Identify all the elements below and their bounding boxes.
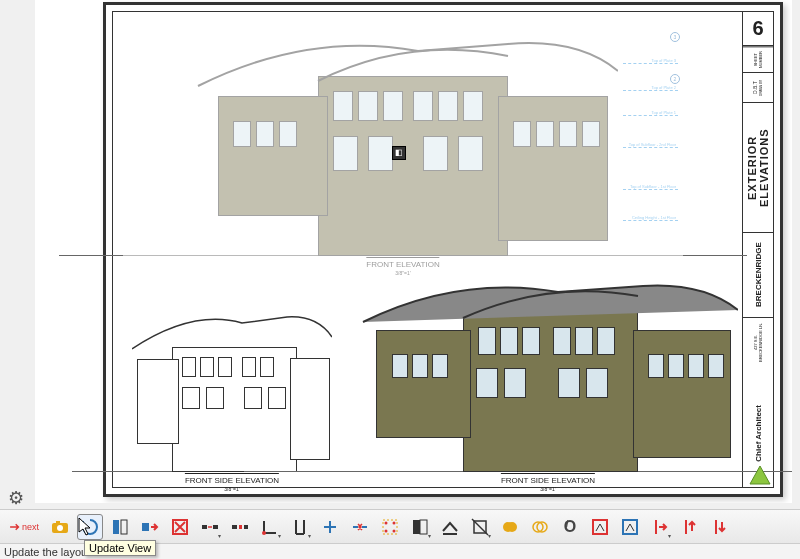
gap-icon[interactable]: ▾ [197,514,223,540]
svg-rect-3 [113,520,119,534]
corner-icon[interactable]: ▾ [257,514,283,540]
title-block: 6 SHEET NUMBER D.B.TDRAWN BY EXTERIOR EL… [743,12,773,487]
delete-button[interactable] [167,514,193,540]
vertical-align-icon[interactable]: ▾ [287,514,313,540]
trim-icon[interactable]: ▾ [467,514,493,540]
dim-label: Top of Plate 2 [652,85,676,90]
dim-label: Top of Plate 1 [652,110,676,115]
layout-sheet[interactable]: Top of Plate 3 Top of Plate 2 Top of Pla… [103,2,783,497]
union-icon[interactable] [497,514,523,540]
company-logo [748,464,772,486]
dim-label: Ceiling Height - 1st Floor [632,215,676,220]
dim-label: Top of Subfloor - 2nd Floor [629,142,676,147]
svg-rect-7 [202,525,207,529]
frame2-icon[interactable] [617,514,643,540]
project-name: BRECKENRIDGE [743,232,773,317]
snap-icon[interactable] [377,514,403,540]
layout-box-icon[interactable] [107,514,133,540]
selection-handle[interactable]: ◧ [392,146,406,160]
edit-toolbar: next ▾ ▾ ▾ ▾ ▾ O/ ▾ [0,509,800,544]
svg-rect-26 [623,520,637,534]
relink-icon[interactable] [137,514,163,540]
add-point-icon[interactable] [317,514,343,540]
svg-point-14 [385,521,388,524]
zero-icon[interactable]: O/ [557,514,583,540]
sheet-title: EXTERIOR ELEVATIONS [743,102,773,232]
drawing-area: Top of Plate 3 Top of Plate 2 Top of Pla… [113,12,743,487]
next-button[interactable]: next [4,514,43,540]
svg-rect-10 [239,525,242,529]
fill-icon[interactable]: ▾ [407,514,433,540]
break-icon[interactable] [227,514,253,540]
svg-point-1 [57,525,63,531]
view-label: FRONT SIDE ELEVATION 3/8"=1' [501,473,595,492]
sheet-number-label: SHEET NUMBER [743,46,773,72]
copy-up-icon[interactable] [677,514,703,540]
camera-icon[interactable] [47,514,73,540]
frame1-icon[interactable] [587,514,613,540]
layout-canvas[interactable]: Top of Plate 3 Top of Plate 2 Top of Pla… [35,0,792,503]
update-view-button[interactable] [77,514,103,540]
view-front-side-color[interactable]: FRONT SIDE ELEVATION 3/8"=1' [348,267,748,492]
svg-rect-25 [593,520,607,534]
svg-point-16 [385,529,388,532]
project-address: 427 S E. BRECKENRIDGE LN. [743,317,773,367]
svg-point-17 [393,529,396,532]
svg-rect-19 [420,520,427,534]
copy-down-icon[interactable] [707,514,733,540]
svg-point-15 [393,521,396,524]
view-front-side-lineart[interactable]: FRONT SIDE ELEVATION 3/8"=1' [123,302,341,492]
status-text: Update the layou [4,546,87,558]
extrude-icon[interactable] [437,514,463,540]
gear-icon[interactable]: ⚙ [8,487,24,509]
intersect-icon[interactable] [527,514,553,540]
view-label: FRONT ELEVATION 3/8"=1' [366,257,439,276]
svg-rect-18 [413,520,420,534]
dim-label: Top of Plate 3 [652,58,676,63]
dim-label: Top of Subfloor - 1st Floor [630,184,676,189]
copy-right-icon[interactable]: ▾ [647,514,673,540]
svg-rect-5 [142,523,149,531]
svg-rect-2 [56,521,60,524]
svg-rect-9 [232,525,237,529]
tooltip: Update View [84,540,156,556]
svg-rect-8 [213,525,218,529]
svg-point-12 [262,531,266,535]
view-label: FRONT SIDE ELEVATION 3/8"=1' [185,473,279,492]
view-front-elevation[interactable]: Top of Plate 3 Top of Plate 2 Top of Pla… [123,16,683,276]
canvas-area[interactable]: Top of Plate 3 Top of Plate 2 Top of Pla… [35,0,792,503]
join-icon[interactable] [347,514,373,540]
sheet-number: 6 [743,12,773,46]
svg-rect-11 [244,525,248,529]
svg-point-22 [507,522,517,532]
svg-rect-4 [121,520,127,534]
